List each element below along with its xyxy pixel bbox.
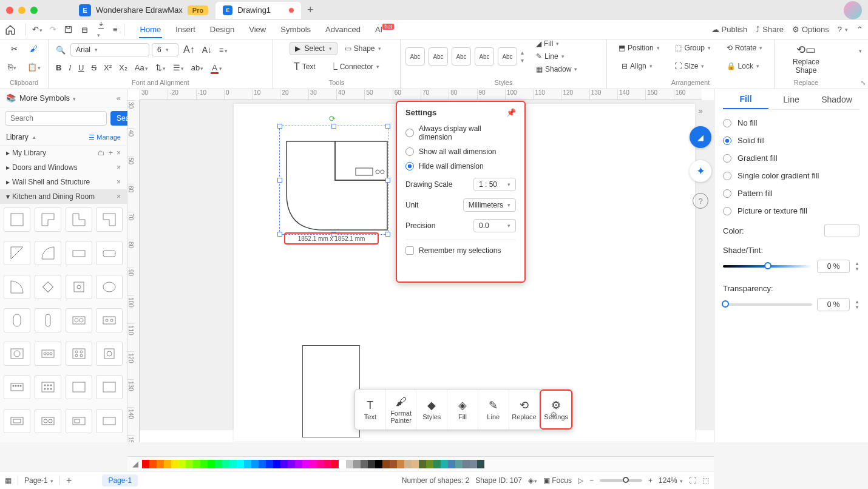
tab-view[interactable]: View [248, 21, 267, 38]
rp-tab-fill[interactable]: Fill [723, 89, 768, 109]
fill-opt-gradient[interactable]: Gradient fill [723, 153, 860, 163]
align-button[interactable]: ≡▾ [217, 43, 230, 57]
resize-handle[interactable] [331, 124, 336, 129]
superscript-button[interactable]: X² [101, 61, 114, 75]
color-swatch[interactable] [455, 460, 463, 468]
font-size-select[interactable]: 6▾ [152, 43, 178, 56]
opt-show-all[interactable]: Show all wall dimension [405, 147, 516, 156]
pages-icon[interactable]: ▦ [5, 476, 12, 485]
ctx-fill[interactable]: ◈Fill [447, 390, 478, 430]
style-swatch-2[interactable]: Abc [429, 47, 448, 66]
tab-design[interactable]: Design [209, 21, 236, 38]
bold-button[interactable]: B [53, 61, 64, 75]
color-swatch[interactable] [273, 460, 280, 468]
window-close[interactable] [6, 7, 13, 14]
styles-up[interactable]: ▴ [521, 49, 524, 56]
color-swatch[interactable] [251, 460, 259, 468]
styles-down[interactable]: ▾ [521, 57, 524, 64]
cat-kitchen-close[interactable]: × [117, 192, 121, 201]
present-button[interactable]: ▷ [578, 476, 583, 485]
trans-slider[interactable] [723, 303, 812, 306]
color-swatch[interactable] [470, 460, 477, 468]
shadow-dropdown[interactable]: ▦ Shadow▾ [534, 63, 580, 75]
home-icon[interactable] [5, 24, 16, 35]
shape-thumb[interactable] [96, 207, 123, 232]
rotate-handle[interactable]: ⟳ [329, 114, 336, 123]
share-button[interactable]: ⤴ Share [756, 25, 784, 34]
shape-thumb[interactable] [66, 207, 92, 232]
shape-thumb[interactable] [4, 207, 30, 232]
color-swatch[interactable] [142, 460, 149, 468]
color-swatch[interactable] [178, 460, 186, 468]
paste-button[interactable]: 📋▾ [25, 60, 43, 74]
style-swatch-3[interactable]: Abc [452, 47, 471, 66]
shape-thumb[interactable] [35, 241, 61, 265]
trans-down[interactable]: ▼ [855, 305, 860, 310]
shape-thumb[interactable] [35, 409, 61, 433]
ai-assist-button[interactable]: ✦ [690, 160, 711, 182]
fill-dropdown[interactable]: ◢ Fill▾ [534, 38, 580, 50]
shape-thumb[interactable] [35, 342, 61, 366]
tab-insert[interactable]: Insert [174, 21, 197, 38]
ctx-styles[interactable]: ◆Styles [416, 390, 447, 430]
case-button[interactable]: Aa▾ [132, 61, 151, 75]
layers-icon[interactable]: ◈▾ [528, 476, 537, 485]
color-swatch[interactable] [419, 460, 426, 468]
line-dropdown[interactable]: ✎ Line▾ [534, 50, 580, 62]
color-swatch[interactable] [200, 460, 208, 468]
color-swatch[interactable] [295, 460, 302, 468]
zoom-out[interactable]: − [589, 476, 594, 485]
options-button[interactable]: ⚙ Options [792, 25, 829, 34]
mylib-add[interactable]: + [109, 149, 113, 157]
eyedropper-icon[interactable]: ◢ [132, 459, 138, 468]
tab-symbols[interactable]: Symbols [279, 21, 312, 38]
undo-button[interactable]: ↶▾ [29, 22, 46, 36]
subscript-button[interactable]: X₂ [117, 61, 130, 75]
doc-tab[interactable]: E Drawing1 [215, 2, 301, 19]
color-swatch[interactable] [317, 460, 324, 468]
copy-button[interactable]: ⎘▾ [5, 60, 19, 74]
group-button[interactable]: ⬚ Group▾ [673, 42, 713, 54]
color-swatch[interactable] [266, 460, 273, 468]
color-swatch[interactable] [824, 224, 860, 237]
color-swatch[interactable] [171, 460, 178, 468]
new-tab-button[interactable]: + [307, 4, 314, 16]
precision-select[interactable]: 0.0▾ [473, 219, 516, 232]
export-button[interactable]: ▾ [93, 18, 109, 41]
shape-thumb[interactable] [66, 375, 92, 399]
trans-up[interactable]: ▲ [855, 299, 860, 305]
color-swatch[interactable] [186, 460, 193, 468]
library-toggle[interactable]: Library [6, 133, 29, 141]
page-tab[interactable]: Page-1 [102, 474, 138, 487]
color-swatch[interactable] [280, 460, 288, 468]
canvas-shape-rect[interactable] [302, 345, 360, 437]
color-swatch[interactable] [353, 460, 361, 468]
color-swatch[interactable] [215, 460, 222, 468]
shape-thumb[interactable] [96, 409, 123, 433]
color-swatch[interactable] [382, 460, 390, 468]
color-swatch[interactable] [339, 460, 346, 468]
font-color[interactable]: A▾ [208, 61, 225, 75]
decrease-font[interactable]: A↓ [200, 42, 214, 57]
fill-opt-none[interactable]: No fill [723, 118, 860, 127]
cut-button[interactable]: ✂ [8, 42, 20, 56]
help-float-button[interactable]: ? [693, 193, 708, 209]
shape-thumb[interactable] [35, 207, 61, 232]
color-swatch[interactable] [441, 460, 448, 468]
manage-link[interactable]: ☰ Manage [89, 133, 121, 141]
search-input[interactable] [5, 111, 107, 126]
shade-up[interactable]: ▲ [855, 261, 860, 266]
increase-font[interactable]: A↑ [181, 42, 197, 58]
fill-opt-picture[interactable]: Picture or texture fill [723, 206, 860, 215]
publish-button[interactable]: ☁ Publish [711, 25, 748, 34]
shape-thumb[interactable] [96, 275, 123, 299]
pin-icon[interactable]: 📌 [506, 108, 516, 117]
cat-wall[interactable]: Wall Shell and Structure [12, 178, 90, 186]
italic-button[interactable]: I [66, 61, 73, 75]
fill-opt-pattern[interactable]: Pattern fill [723, 189, 860, 198]
color-swatch[interactable] [368, 460, 375, 468]
save-button[interactable] [60, 22, 76, 36]
ctx-settings[interactable]: ⚙Settings [540, 390, 572, 430]
shape-thumb[interactable] [4, 409, 30, 433]
fill-quick-button[interactable]: ◢ [690, 126, 711, 148]
